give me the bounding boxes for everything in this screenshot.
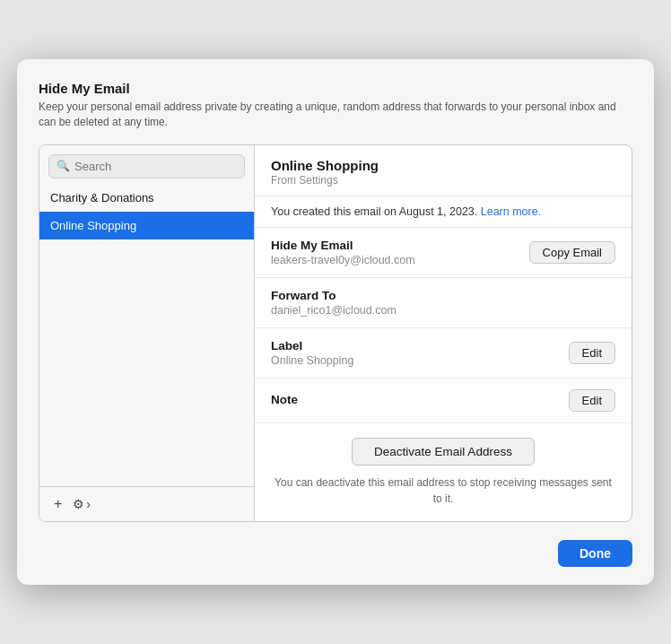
- sidebar-footer: + ⚙ ›: [39, 486, 254, 521]
- dialog-footer: Done: [39, 536, 632, 567]
- search-icon: 🔍: [57, 160, 70, 172]
- search-input[interactable]: [74, 160, 237, 173]
- gear-icon: ⚙: [73, 497, 84, 511]
- hide-my-email-info: Hide My Email leakers-travel0y@icloud.co…: [271, 239, 415, 266]
- forward-to-info: Forward To daniel_rico1@icloud.com: [271, 289, 396, 317]
- dialog-title: Hide My Email: [39, 81, 632, 96]
- hide-my-email-dialog: Hide My Email Keep your personal email a…: [17, 59, 654, 585]
- add-button[interactable]: +: [50, 494, 65, 514]
- deactivate-section: Deactivate Email Address You can deactiv…: [255, 423, 632, 521]
- dialog-description: Keep your personal email address private…: [39, 100, 632, 130]
- note-row: Note Edit: [255, 379, 632, 423]
- deactivate-button[interactable]: Deactivate Email Address: [352, 438, 535, 466]
- hide-my-email-row: Hide My Email leakers-travel0y@icloud.co…: [255, 228, 632, 278]
- detail-subtitle: From Settings: [271, 174, 615, 187]
- forward-to-label: Forward To: [271, 289, 396, 302]
- label-row: Label Online Shopping Edit: [255, 328, 632, 379]
- forward-to-row: Forward To daniel_rico1@icloud.com: [255, 278, 632, 328]
- detail-title: Online Shopping: [271, 158, 615, 173]
- copy-email-button[interactable]: Copy Email: [529, 241, 615, 264]
- deactivate-description: You can deactivate this email address to…: [271, 474, 615, 507]
- search-box[interactable]: 🔍: [48, 154, 245, 178]
- forward-to-value: daniel_rico1@icloud.com: [271, 304, 396, 317]
- hide-my-email-value: leakers-travel0y@icloud.com: [271, 254, 415, 266]
- sidebar-item-charity[interactable]: Charity & Donations: [39, 184, 254, 212]
- done-button[interactable]: Done: [558, 540, 632, 567]
- hide-my-email-label: Hide My Email: [271, 239, 415, 252]
- label-info: Label Online Shopping: [271, 339, 353, 367]
- sidebar-item-online-shopping[interactable]: Online Shopping: [39, 212, 254, 239]
- note-edit-button[interactable]: Edit: [569, 389, 615, 412]
- main-content-area: 🔍 Charity & Donations Online Shopping + …: [39, 144, 632, 522]
- note-label: Note: [271, 393, 298, 406]
- sidebar-items-list: Charity & Donations Online Shopping: [39, 184, 254, 486]
- note-info: Note: [271, 393, 298, 408]
- detail-created: You created this email on August 1, 2023…: [255, 196, 632, 228]
- chevron-down-icon: ›: [86, 497, 91, 511]
- gear-button[interactable]: ⚙ ›: [73, 497, 91, 511]
- learn-more-link[interactable]: Learn more.: [481, 205, 541, 218]
- detail-panel: Online Shopping From Settings You create…: [255, 145, 632, 521]
- sidebar: 🔍 Charity & Donations Online Shopping + …: [39, 145, 255, 521]
- dialog-header: Hide My Email Keep your personal email a…: [39, 81, 632, 130]
- detail-header: Online Shopping From Settings: [255, 145, 632, 196]
- label-field-value: Online Shopping: [271, 354, 353, 367]
- label-field-label: Label: [271, 339, 353, 352]
- label-edit-button[interactable]: Edit: [569, 342, 615, 364]
